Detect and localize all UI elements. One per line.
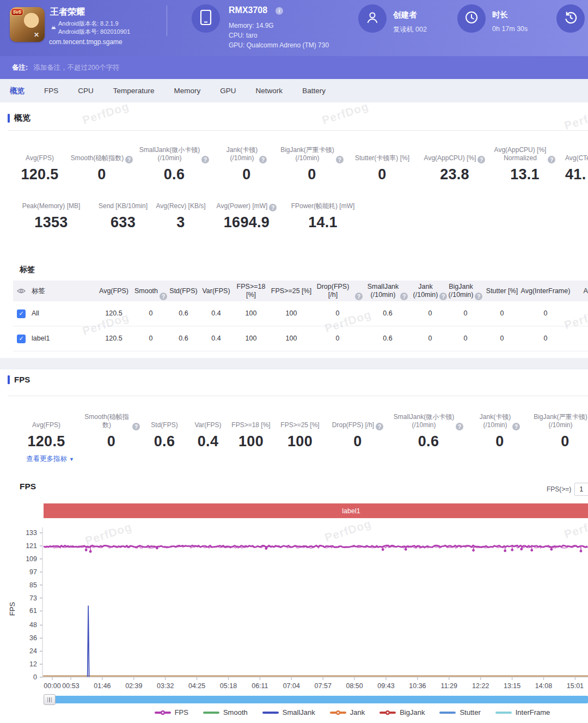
tab-概览[interactable]: 概览 [10,86,24,96]
divider [8,130,588,131]
fps-threshold-control: FPS(>=) [547,483,588,496]
help-icon[interactable]: ? [475,293,482,300]
row-label: All [29,301,93,326]
row-value: 100 [270,301,313,326]
stat-label-text: Avg(FPS) [32,421,60,429]
stat-label-text: Avg(Power) [mW] [217,202,268,210]
tab-Memory[interactable]: Memory [174,87,201,95]
stat-label: Stutter(卡顿率) [%] [355,137,409,162]
fps-chart-svg[interactable]: 0122436486173859710912113300:0000:5301:4… [0,518,588,693]
report-header: 5v5 王者荣耀 Android版本名: 8.2.1.9 Android版本号:… [0,0,588,56]
tab-FPS[interactable]: FPS [44,87,58,95]
help-icon[interactable]: ? [132,423,140,430]
tab-Temperature[interactable]: Temperature [113,87,155,95]
game-badge: 5v5 [11,8,23,16]
help-icon[interactable]: ? [201,156,209,163]
clock-icon [464,10,479,27]
col-header-label: Var(FPS) [202,287,230,295]
svg-text:04:25: 04:25 [188,682,205,690]
stat-7: Avg(AppCPU) [%] Normalized?13.1 [490,137,560,183]
tab-GPU[interactable]: GPU [220,87,236,95]
legend-item-BigJank[interactable]: BigJank [379,708,425,716]
help-icon[interactable]: ? [439,293,447,300]
help-icon[interactable]: ? [548,156,555,163]
help-icon[interactable]: ? [355,293,363,300]
stat-label-text: SmallJank(微小卡顿) (/10min) [394,413,454,429]
legend-label: Jank [350,708,365,716]
stat-label-text: Stutter(卡顿率) [%] [355,154,409,162]
stat-6: Avg(AppCPU) [%]?23.8 [419,137,490,183]
stat-value: 0 [561,433,569,450]
visibility-column [13,281,29,301]
stat-label-text: Smooth(稳帧指数) [71,154,124,162]
help-icon[interactable]: ? [259,156,267,163]
help-icon[interactable]: ? [269,204,277,211]
stat-value: 0 [97,166,106,183]
svg-text:13:15: 13:15 [504,682,520,690]
watermark: PerfDog [562,105,588,132]
help-icon[interactable]: ? [400,293,408,300]
svg-text:133: 133 [26,529,37,537]
legend-item-SmallJank[interactable]: SmallJank [262,708,315,716]
stat-label-text: FPS>=25 [%] [280,421,319,429]
row-value: 0 [448,301,483,326]
col-header-7: Drop(FPS) [/h]? [313,281,363,301]
row-value: 100 [232,301,270,326]
chart-scrollbar-handle[interactable] [44,694,56,705]
labels-table-body: ✓All120.500.60.410010000.60000✓label1120… [13,301,588,351]
svg-text:02:39: 02:39 [125,682,142,690]
legend-marker-icon [379,709,396,716]
legend-item-Smooth[interactable]: Smooth [203,708,248,716]
legend-marker-icon [495,709,512,716]
stat-value: 23.8 [440,166,469,183]
fps-title-text: FPS [14,375,30,384]
person-icon [365,10,379,27]
more-metrics-link[interactable]: 查看更多指标▼ [26,454,74,464]
chart-scrollbar-track[interactable] [44,696,588,703]
help-icon[interactable]: ? [160,293,167,300]
stat-label-text: BigJank(严重卡顿) (/10min) [280,146,334,162]
creator-icon-circle [358,4,387,33]
note-input[interactable] [33,64,501,71]
help-icon[interactable]: ? [376,423,383,430]
tab-CPU[interactable]: CPU [78,87,94,95]
stat-2: SmallJank(微小卡顿) (/10min)?0.6 [134,137,215,183]
tab-Network[interactable]: Network [256,87,283,95]
info-icon[interactable]: i [275,7,283,15]
stat-label: BigJank(严重卡顿) (/10min)? [534,404,588,429]
svg-text:00:00: 00:00 [44,682,60,690]
labels-table: 标签Avg(FPS)Smooth?Std(FPS)Var(FPS)FPS>=18… [13,281,588,351]
row-label: label1 [29,326,93,351]
overview-title-text: 概览 [14,113,30,123]
stat-7: SmallJank(微小卡顿) (/10min)?0.6 [390,404,467,450]
col-header-9: Jank (/10min)? [413,281,448,301]
legend-item-Jank[interactable]: Jank [330,708,365,716]
stat-value: 0.4 [198,433,218,450]
svg-text:05:18: 05:18 [220,682,237,690]
row-value: 0.4 [200,301,232,326]
help-icon[interactable]: ? [456,423,463,430]
row-checkbox[interactable]: ✓ [17,309,26,318]
help-icon[interactable]: ? [512,423,520,430]
col-header-label: Drop(FPS) [/h] [313,283,353,299]
history-icon [563,10,578,27]
section-separator [0,358,588,369]
stat-label-text: Var(FPS) [194,421,221,429]
fps-threshold-input[interactable] [574,483,588,496]
stat-label: SmallJank(微小卡顿) (/10min)? [139,137,209,162]
stat-1: Send [KB/10min]633 [93,199,154,231]
overview-stats-row2: Peak(Memory) [MB]1353Send [KB/10min]633A… [10,199,360,231]
legend-item-Stutter[interactable]: Stutter [439,708,480,716]
legend-item-FPS[interactable]: FPS [155,708,188,716]
help-icon[interactable]: ? [125,156,133,163]
legend-item-InterFrame[interactable]: InterFrame [495,708,550,716]
stat-label: Std(FPS) [151,404,177,429]
row-checkbox[interactable]: ✓ [17,335,26,343]
stat-4: FPS>=18 [%]100 [227,404,275,450]
tab-Battery[interactable]: Battery [302,87,326,95]
col-header-label: Smooth [134,287,158,295]
help-icon[interactable]: ? [477,156,485,163]
help-icon[interactable]: ? [336,156,344,163]
row-value: 0.6 [167,301,200,326]
svg-text:11:29: 11:29 [441,682,457,690]
